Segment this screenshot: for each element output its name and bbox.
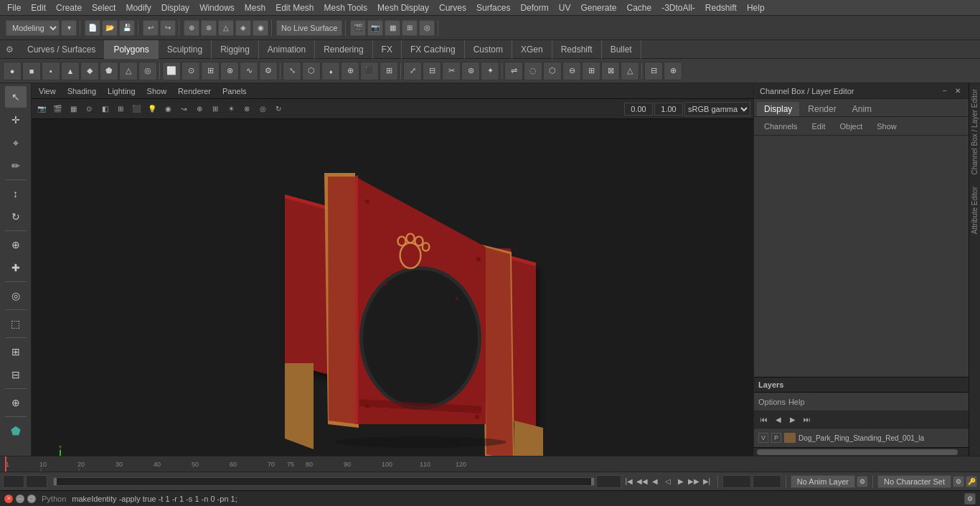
menu-deform[interactable]: Deform: [516, 1, 552, 14]
icon-combine[interactable]: ⊞: [582, 62, 600, 80]
select-tool-btn[interactable]: ↖: [5, 86, 27, 108]
vp-menu-lighting[interactable]: Lighting: [105, 87, 138, 95]
vp-menu-panels[interactable]: Panels: [220, 87, 250, 95]
icon-grid[interactable]: ⊞: [201, 62, 220, 80]
panel-object-tab[interactable]: Object: [834, 121, 868, 132]
icon-fill[interactable]: ⬛: [360, 62, 379, 80]
vp-custom1-btn[interactable]: ⊗: [240, 102, 254, 116]
playback-go-start-btn[interactable]: |◀: [623, 475, 636, 488]
icon-remesh[interactable]: ⬡: [543, 62, 562, 80]
menu-mesh[interactable]: Mesh: [240, 1, 270, 14]
layer-item[interactable]: V P Dog_Park_Ring_Standing_Red_001_la: [754, 430, 969, 446]
vp-film-btn[interactable]: 🎬: [50, 102, 65, 116]
playback-go-end-btn[interactable]: ▶|: [700, 475, 713, 488]
playback-play-back-btn[interactable]: ◁: [661, 475, 674, 488]
lasso-tool-btn[interactable]: ⌖: [5, 132, 27, 154]
icon-cut[interactable]: ✂: [442, 62, 461, 80]
vp-hud-btn[interactable]: ▦: [66, 102, 80, 116]
menu-edit[interactable]: Edit: [27, 1, 50, 14]
icon-smooth[interactable]: ◌: [524, 62, 542, 80]
snap2-lt-btn[interactable]: ⊟: [5, 364, 27, 385]
playback-step-back-btn[interactable]: ◀◀: [636, 475, 649, 488]
render3-btn[interactable]: ▦: [385, 20, 400, 36]
menu-windows[interactable]: Windows: [195, 1, 239, 14]
playback-back-btn[interactable]: ◀: [649, 475, 661, 488]
vp-grid-btn[interactable]: ⊞: [208, 102, 222, 116]
save-file-btn[interactable]: 💾: [119, 20, 135, 36]
layer-skip-forward-btn[interactable]: ⏭: [801, 414, 813, 426]
box-select-btn[interactable]: ⬚: [5, 313, 27, 334]
icon-unwrap[interactable]: ⊟: [644, 62, 663, 80]
panel-close-btn[interactable]: ✕: [953, 86, 963, 96]
icon-split[interactable]: ⤢: [403, 62, 422, 80]
icon-gear[interactable]: ⚙: [259, 62, 278, 80]
panel-tab-render[interactable]: Render: [801, 102, 843, 116]
status-right-btn[interactable]: ⚙: [964, 493, 976, 505]
side-tab-channel-box[interactable]: Channel Box / Layer Editor: [969, 83, 980, 181]
menu-redshift[interactable]: Redshift: [701, 1, 741, 14]
layer-visibility-btn[interactable]: V: [758, 433, 768, 443]
window-maximize-btn[interactable]: ▢: [27, 495, 36, 503]
menu-edit-mesh[interactable]: Edit Mesh: [271, 1, 318, 14]
icon-multi-cut[interactable]: ✦: [481, 62, 499, 80]
range-end-field[interactable]: 120: [596, 475, 621, 488]
paint-tool-btn[interactable]: ✏: [5, 155, 27, 177]
window-minimize-btn[interactable]: —: [16, 495, 24, 503]
tab-fx-caching[interactable]: FX Caching: [402, 40, 465, 59]
playback-play-btn[interactable]: ▶: [674, 475, 687, 488]
playback-start-field[interactable]: 120: [722, 475, 751, 488]
char-set-key-btn[interactable]: 🔑: [966, 476, 977, 487]
tab-fx[interactable]: FX: [373, 40, 402, 59]
vp-xray-btn[interactable]: ☀: [224, 102, 238, 116]
snap3-btn[interactable]: △: [218, 20, 234, 36]
layer-forward-btn[interactable]: ▶: [787, 414, 798, 426]
menu-file[interactable]: File: [3, 1, 25, 14]
vp-menu-shading[interactable]: Shading: [65, 87, 99, 95]
tab-rendering[interactable]: Rendering: [315, 40, 372, 59]
icon-pipe[interactable]: ⊗: [220, 62, 239, 80]
playback-end-field[interactable]: 200: [753, 475, 781, 488]
vp-custom3-btn[interactable]: ↻: [271, 102, 286, 116]
layer-skip-back-btn[interactable]: ⏮: [758, 414, 770, 426]
render1-btn[interactable]: 🎬: [350, 20, 366, 36]
range-right-handle[interactable]: [591, 478, 594, 485]
menu-mesh-tools[interactable]: Mesh Tools: [320, 1, 372, 14]
current-frame-field[interactable]: 1: [3, 475, 24, 488]
menu-select[interactable]: Select: [88, 1, 120, 14]
vp-camera-btn[interactable]: 📷: [34, 102, 49, 116]
settings-icon[interactable]: ⚙: [0, 40, 19, 59]
icon-triangulate[interactable]: △: [621, 62, 639, 80]
icon-separate[interactable]: ⊠: [601, 62, 620, 80]
vp-menu-show[interactable]: Show: [144, 87, 170, 95]
vp-motion-btn[interactable]: ↝: [176, 102, 191, 116]
vp-wire-btn[interactable]: ⊞: [113, 102, 128, 116]
vp-menu-view[interactable]: View: [36, 87, 59, 95]
playback-step-fwd-btn[interactable]: ▶▶: [687, 475, 700, 488]
menu-generate[interactable]: Generate: [576, 1, 621, 14]
gamma-selector[interactable]: sRGB gamma: [684, 102, 750, 116]
layer-back-btn[interactable]: ◀: [773, 414, 784, 426]
tab-curves-surfaces[interactable]: Curves / Surfaces: [19, 40, 105, 59]
icon-uv-edit[interactable]: ⊕: [664, 62, 682, 80]
snap2-btn[interactable]: ⊗: [201, 20, 217, 36]
menu-cache[interactable]: Cache: [622, 1, 656, 14]
side-tab-attribute-editor[interactable]: Attribute Editor: [969, 181, 980, 240]
layer-playback-btn[interactable]: P: [771, 433, 781, 443]
icon-cube[interactable]: ■: [22, 62, 41, 80]
vp-tex-btn[interactable]: ⬛: [129, 102, 143, 116]
panel-channels-tab[interactable]: Channels: [758, 121, 803, 132]
icon-extrude[interactable]: ⤡: [283, 62, 301, 80]
arrow-tool-btn[interactable]: ↕: [5, 183, 27, 205]
tab-custom[interactable]: Custom: [465, 40, 512, 59]
snap5-btn[interactable]: ◉: [253, 20, 268, 36]
anim-layer-add-btn[interactable]: ⚙: [857, 476, 868, 487]
menu-mesh-display[interactable]: Mesh Display: [373, 1, 433, 14]
panel-edit-tab[interactable]: Edit: [806, 121, 831, 132]
icon-disk[interactable]: ⊙: [182, 62, 200, 80]
undo-btn[interactable]: ↩: [143, 20, 159, 36]
universal-tool-btn[interactable]: ✚: [5, 257, 27, 278]
vp-shade-btn[interactable]: ◧: [98, 102, 112, 116]
icon-boolean[interactable]: ⊖: [562, 62, 581, 80]
scale-tool-btn[interactable]: ⊕: [5, 234, 27, 256]
vp-isolate-btn[interactable]: ⊙: [82, 102, 96, 116]
